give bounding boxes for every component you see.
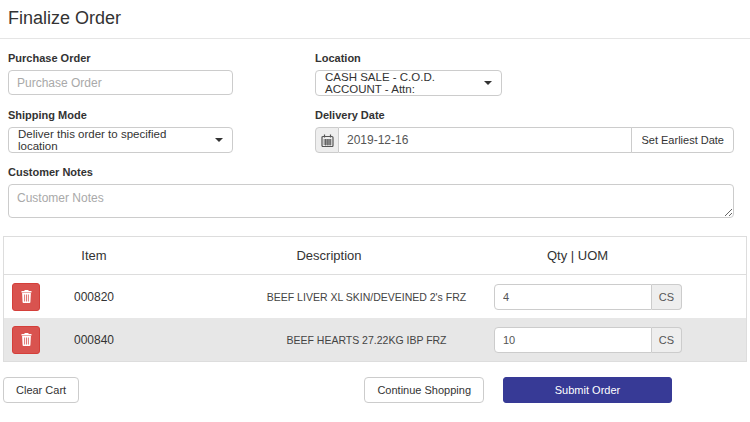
location-select[interactable]: CASH SALE - C.O.D. ACCOUNT - Attn: (315, 70, 502, 96)
delivery-date-field: Delivery Date (315, 109, 734, 153)
column-header-item: Item (49, 248, 139, 263)
cart-item-code: 000840 (49, 333, 139, 347)
finalize-order-page: Finalize Order Purchase Order Location C… (0, 0, 750, 422)
cart-row: 000820 BEEF LIVER XL SKIN/DEVEINED 2's F… (4, 275, 746, 318)
cart-item-description: BEEF LIVER XL SKIN/DEVEINED 2's FRZ (139, 291, 479, 303)
order-form: Purchase Order Location CASH SALE - C.O.… (8, 52, 734, 222)
qty-uom-group: CS (479, 284, 746, 310)
delivery-date-input[interactable] (339, 127, 632, 153)
cart-rows: 000820 BEEF LIVER XL SKIN/DEVEINED 2's F… (4, 275, 746, 361)
shipping-mode-select[interactable]: Deliver this order to specified location (8, 127, 233, 153)
cart-item-description: BEEF HEARTS 27.22KG IBP FRZ (139, 334, 479, 346)
shipping-mode-selected-value: Deliver this order to specified location (18, 128, 209, 152)
submit-order-button[interactable]: Submit Order (503, 377, 672, 403)
delete-cell (4, 283, 49, 311)
page-title: Finalize Order (8, 8, 742, 29)
uom-addon: CS (652, 327, 682, 353)
cart-table-header: Item Description Qty | UOM (4, 237, 746, 275)
title-divider (0, 38, 750, 39)
shipping-mode-field: Shipping Mode Deliver this order to spec… (8, 109, 315, 153)
customer-notes-textarea[interactable] (8, 184, 734, 218)
customer-notes-label: Customer Notes (8, 166, 734, 178)
caret-down-icon (484, 81, 492, 85)
location-field: Location CASH SALE - C.O.D. ACCOUNT - At… (315, 52, 734, 96)
continue-shopping-button[interactable]: Continue Shopping (364, 377, 484, 403)
cart-item-code: 000820 (49, 290, 139, 304)
customer-notes-field: Customer Notes (8, 166, 734, 222)
uom-addon: CS (652, 284, 682, 310)
delivery-date-label: Delivery Date (315, 109, 734, 121)
delete-cell (4, 326, 49, 354)
location-label: Location (315, 52, 734, 64)
qty-input[interactable] (494, 284, 652, 310)
location-selected-value: CASH SALE - C.O.D. ACCOUNT - Attn: (325, 71, 478, 95)
set-earliest-date-button[interactable]: Set Earliest Date (631, 127, 734, 153)
qty-uom-group: CS (479, 327, 746, 353)
calendar-icon[interactable] (315, 127, 339, 153)
cart-row: 000840 BEEF HEARTS 27.22KG IBP FRZ CS (4, 318, 746, 361)
column-header-qty-uom: Qty | UOM (479, 248, 746, 263)
actions-bar: Clear Cart Continue Shopping Submit Orde… (3, 377, 747, 403)
caret-down-icon (215, 138, 223, 142)
right-actions: Continue Shopping Submit Order (364, 377, 672, 403)
trash-icon (21, 333, 32, 346)
purchase-order-label: Purchase Order (8, 52, 315, 64)
clear-cart-button[interactable]: Clear Cart (3, 377, 79, 403)
cart-table: Item Description Qty | UOM (3, 236, 747, 362)
purchase-order-field: Purchase Order (8, 52, 315, 96)
delivery-date-group: Set Earliest Date (315, 127, 734, 153)
trash-icon (21, 290, 32, 303)
delete-item-button[interactable] (12, 326, 40, 354)
delete-item-button[interactable] (12, 283, 40, 311)
shipping-mode-label: Shipping Mode (8, 109, 315, 121)
column-header-description: Description (139, 248, 479, 263)
purchase-order-input[interactable] (8, 70, 233, 95)
qty-input[interactable] (494, 327, 652, 353)
